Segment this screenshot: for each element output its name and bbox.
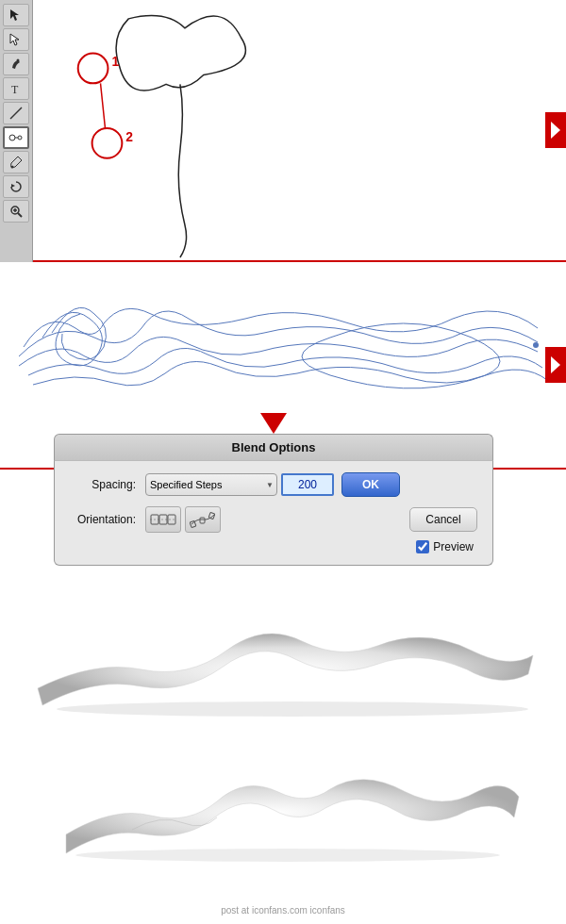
steps-input[interactable]	[281, 473, 334, 496]
ok-button[interactable]: OK	[341, 472, 400, 497]
svg-text:1: 1	[111, 54, 119, 69]
svg-point-27	[57, 701, 528, 717]
svg-point-6	[11, 166, 14, 169]
toolbar-direct-selection[interactable]	[3, 28, 29, 51]
svg-text:2: 2	[125, 129, 133, 144]
orientation-path-icon[interactable]	[185, 506, 221, 533]
spacing-row: Spacing: Specified Steps OK	[70, 472, 477, 497]
svg-point-14	[92, 128, 123, 158]
toolbar-rotate[interactable]	[3, 175, 29, 198]
svg-rect-26	[208, 512, 215, 519]
middle-right-arrow	[545, 347, 566, 383]
toolbar-line[interactable]	[3, 102, 29, 124]
orientation-label: Orientation:	[70, 513, 145, 526]
top-section: T	[0, 0, 566, 262]
orientation-icons-group: Cancel	[145, 506, 477, 533]
dialog-body: Spacing: Specified Steps OK Orientation:	[54, 461, 493, 566]
render-bottom	[38, 740, 528, 863]
svg-marker-7	[11, 184, 15, 188]
svg-point-12	[78, 54, 108, 84]
toolbar-type[interactable]: T	[3, 77, 29, 100]
footer: post at iconfans.com iconfans	[0, 901, 566, 919]
spacing-select[interactable]: Specified Steps	[145, 473, 277, 496]
blend-dialog: Blend Options Spacing: Specified Steps O…	[54, 434, 493, 566]
orientation-row: Orientation:	[70, 506, 477, 533]
svg-point-0	[17, 59, 20, 62]
svg-point-4	[18, 136, 22, 140]
toolbar-pen[interactable]	[3, 53, 29, 75]
sketch-area: 1 2	[33, 0, 566, 260]
svg-point-28	[75, 849, 500, 862]
preview-row: Preview	[70, 540, 477, 553]
spacing-select-wrapper[interactable]: Specified Steps	[145, 473, 277, 496]
svg-marker-19	[551, 356, 560, 373]
svg-marker-17	[551, 122, 560, 139]
preview-checkbox[interactable]	[416, 540, 429, 553]
dialog-titlebar: Blend Options	[54, 434, 493, 461]
preview-label: Preview	[433, 540, 474, 553]
orientation-page-icon[interactable]	[145, 506, 181, 533]
svg-line-9	[18, 213, 22, 217]
svg-line-2	[10, 107, 22, 119]
dialog-arrow-indicator	[260, 413, 287, 434]
svg-point-18	[533, 342, 539, 348]
cancel-button[interactable]: Cancel	[409, 507, 477, 532]
footer-text: post at iconfans.com iconfans	[221, 905, 345, 916]
toolbar-brush[interactable]	[3, 151, 29, 173]
dialog-title: Blend Options	[232, 440, 316, 454]
svg-point-3	[9, 135, 15, 140]
toolbar-blend[interactable]	[3, 126, 29, 149]
cancel-wrapper: Cancel	[402, 507, 477, 532]
svg-rect-25	[200, 518, 205, 523]
spacing-label: Spacing:	[70, 478, 145, 491]
bottom-section	[0, 594, 566, 886]
render-top	[19, 603, 547, 717]
svg-text:T: T	[11, 83, 19, 96]
toolbar-selection[interactable]	[3, 4, 29, 26]
toolbar: T	[0, 0, 33, 262]
toolbar-zoom[interactable]	[3, 200, 29, 223]
svg-line-16	[101, 83, 106, 128]
right-arrow-indicator	[545, 112, 566, 148]
